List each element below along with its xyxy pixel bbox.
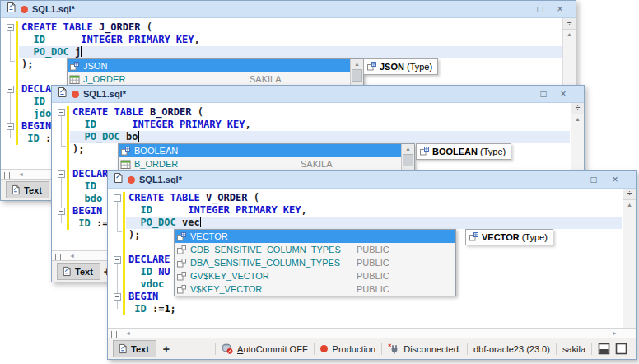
connection-type-indicator[interactable]: Production (320, 344, 376, 354)
completion-item[interactable]: GV$KEY_VECTOR PUBLIC (175, 269, 455, 282)
close-button[interactable]: × (553, 2, 567, 16)
sql-script-icon (62, 266, 72, 277)
code-line[interactable]: PO_DOC vec (128, 217, 201, 229)
scrollbar-thumb[interactable] (403, 154, 413, 166)
fold-guide (117, 202, 122, 232)
code-line[interactable]: ); (72, 143, 84, 156)
scroll-right-icon[interactable]: ► (612, 329, 618, 337)
scrollbar-thumb[interactable] (352, 69, 362, 82)
fold-marker[interactable] (7, 86, 14, 93)
code-line[interactable]: BEGIN (128, 291, 158, 303)
dropdown-scrollbar[interactable]: ▲ (401, 144, 414, 170)
status-separator (381, 343, 382, 355)
fold-marker[interactable] (58, 208, 65, 215)
split-editor-handle[interactable]: ÷ (623, 189, 636, 200)
fold-marker[interactable] (114, 194, 121, 202)
tooltip-kind: (Type) (407, 62, 432, 72)
code-line[interactable]: bdo (72, 193, 102, 205)
tab-text[interactable]: Text (57, 263, 100, 280)
titlebar[interactable]: SQL1.sql* □ × (108, 171, 636, 189)
code-line[interactable]: DECLARE (128, 254, 170, 266)
scroll-up-icon[interactable]: ▲ (563, 30, 576, 39)
toggle-results-panel-button[interactable] (598, 343, 610, 355)
horizontal-scrollbar[interactable]: ◄ ► (108, 328, 636, 338)
status-separator (467, 343, 468, 355)
completion-tooltip: VECTOR (Type) (465, 229, 553, 245)
close-button[interactable]: × (556, 87, 571, 100)
status-separator (314, 343, 315, 355)
code-line[interactable]: ID INTEGER PRIMARY KEY, (21, 34, 200, 46)
maximize-button[interactable]: □ (536, 87, 551, 100)
completion-item[interactable]: CDB_SENSITIVE_COLUMN_TYPES PUBLIC (175, 243, 455, 256)
completion-item[interactable]: J_ORDER SAKILA (68, 72, 350, 86)
synonym-icon (176, 284, 188, 295)
completion-item[interactable]: BOOLEAN (119, 144, 401, 157)
fold-marker[interactable] (7, 123, 14, 130)
add-tab-button[interactable]: + (163, 343, 170, 356)
code-line[interactable]: PO_DOC bo (72, 131, 139, 143)
type-icon (120, 146, 132, 156)
titlebar[interactable]: SQL1.sql* □ × (52, 86, 584, 103)
database-selector[interactable]: dbf-oracle23 (23.0) (473, 344, 550, 354)
type-icon (419, 146, 430, 158)
scroll-left-icon[interactable]: ◄ (125, 329, 131, 337)
change-bar (67, 106, 69, 230)
code-line[interactable]: ); (128, 229, 140, 241)
tab-text[interactable]: Text (6, 181, 49, 198)
code-line[interactable]: PO_DOC j (21, 46, 82, 58)
maximize-button[interactable]: □ (586, 173, 601, 186)
code-line[interactable]: jdo (21, 108, 51, 120)
vertical-scrollbar[interactable]: ÷ ▲ (623, 189, 636, 329)
code-line[interactable]: ID (72, 180, 96, 193)
close-button[interactable]: × (608, 173, 623, 186)
code-line[interactable]: ID :=1; (128, 303, 176, 315)
schema-label: sakila (562, 344, 585, 354)
code-line[interactable]: BEGIN (21, 120, 51, 133)
type-icon (366, 61, 377, 73)
fold-marker[interactable] (7, 24, 14, 31)
maximize-editor-button[interactable] (615, 343, 627, 355)
tooltip-kind: (Type) (522, 232, 548, 242)
code-line[interactable]: CREATE TABLE J_ORDER ( (21, 21, 152, 34)
completion-item[interactable]: B_ORDER SAKILA (119, 157, 401, 170)
connection-status-label: Disconnected. (403, 344, 461, 354)
code-line[interactable]: CREATE TABLE B_ORDER ( (72, 106, 203, 119)
code-line[interactable]: ID INTEGER PRIMARY KEY, (128, 204, 307, 217)
type-icon (69, 61, 81, 72)
autocommit-toggle[interactable]: AutoCommit OFF (222, 343, 308, 354)
scroll-up-icon[interactable]: ▲ (402, 144, 414, 153)
code-line[interactable]: ID (21, 96, 45, 108)
titlebar[interactable]: SQL1.sql* □ × (1, 1, 576, 18)
connection-status[interactable]: Disconnected. (388, 343, 461, 354)
maximize-button[interactable]: □ (533, 2, 548, 16)
scroll-up-icon[interactable]: ▲ (351, 59, 363, 68)
scroll-up-icon[interactable]: ▲ (571, 114, 584, 124)
scroll-left-icon[interactable]: ◄ (18, 170, 24, 178)
tab-text[interactable]: Text (113, 340, 156, 357)
fold-marker[interactable] (114, 293, 121, 301)
window-title: SQL1.sql* (83, 89, 126, 99)
completion-item[interactable]: JSON (68, 59, 350, 72)
schema-selector[interactable]: sakila (562, 344, 585, 354)
split-editor-handle[interactable]: ÷ (563, 18, 576, 30)
fold-marker[interactable] (58, 170, 65, 178)
completion-item[interactable]: V$KEY_VECTOR PUBLIC (175, 282, 455, 296)
completion-name: DBA_SENSITIVE_COLUMN_TYPES (190, 258, 340, 268)
completion-item[interactable]: VECTOR (175, 230, 455, 243)
code-line[interactable]: ); (21, 58, 33, 71)
code-line[interactable]: CREATE TABLE V_ORDER ( (128, 192, 259, 204)
split-editor-handle[interactable]: ÷ (571, 103, 584, 114)
code-line[interactable]: ID NU (128, 266, 170, 278)
dropdown-scrollbar[interactable]: ▲ (350, 59, 363, 86)
completion-item[interactable]: DBA_SENSITIVE_COLUMN_TYPES PUBLIC (175, 256, 455, 269)
code-line[interactable]: ID INTEGER PRIMARY KEY, (72, 119, 251, 131)
completion-schema: PUBLIC (357, 284, 389, 294)
code-line[interactable]: BEGIN (72, 205, 102, 217)
disconnected-plug-icon (388, 343, 399, 354)
scroll-up-icon[interactable]: ▲ (623, 200, 636, 209)
fold-marker[interactable] (114, 256, 121, 264)
completion-name: V$KEY_VECTOR (190, 284, 262, 294)
scroll-left-icon[interactable]: ◄ (69, 252, 75, 259)
code-line[interactable]: vdoc (128, 278, 164, 291)
fold-marker[interactable] (58, 109, 65, 116)
